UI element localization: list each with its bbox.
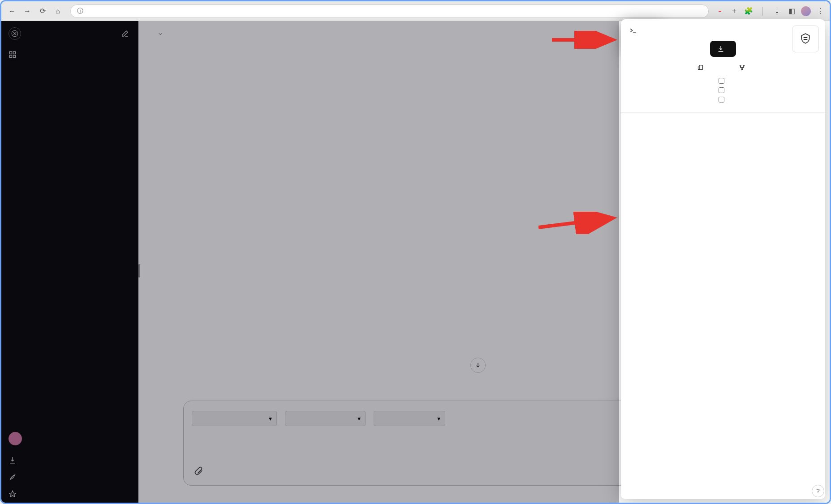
chevron-down-icon: ▾ [269, 415, 272, 422]
new-chat-icon[interactable] [119, 27, 131, 40]
sidebar-label-today [1, 63, 138, 76]
grid-icon [9, 51, 17, 59]
url-bar[interactable]: ⓘ [70, 4, 709, 18]
svg-rect-3 [9, 56, 12, 58]
attach-button[interactable] [192, 464, 205, 478]
help-button[interactable]: ? [812, 485, 824, 497]
annotation-arrow-1 [552, 31, 619, 49]
extension-badge[interactable] [715, 6, 725, 16]
profile-avatar[interactable] [801, 6, 811, 16]
view-tree-button[interactable] [739, 64, 749, 71]
sidebar [1, 21, 138, 503]
sidebar-label-yesterday [1, 165, 138, 178]
terminal-icon [629, 26, 637, 34]
extensions-icon[interactable]: 🧩 [744, 6, 753, 16]
svg-line-8 [538, 218, 610, 227]
annotation-arrow-2 [538, 212, 619, 234]
force-parallel-checkbox[interactable] [719, 78, 728, 84]
browser-toolbar: ← → ⟳ ⌂ ⓘ ＋ 🧩 │ ⭳ ◧ ⋮ [1, 1, 830, 21]
add-extension-icon[interactable]: ＋ [729, 6, 739, 16]
style-select[interactable]: ▾ [374, 411, 445, 426]
paperclip-icon [194, 466, 203, 476]
svg-point-11 [743, 65, 745, 67]
menu-icon[interactable]: ⋮ [815, 6, 825, 16]
sidebar-export-chat[interactable] [1, 452, 138, 469]
tone-select[interactable]: ▾ [285, 411, 366, 426]
divider: │ [758, 6, 768, 16]
copy-text-button[interactable] [697, 64, 707, 71]
sidepanel-icon[interactable]: ◧ [787, 6, 797, 16]
svg-rect-2 [13, 51, 16, 54]
force-rate-limit-checkbox[interactable] [719, 87, 728, 93]
svg-point-10 [740, 65, 741, 67]
svg-point-12 [741, 68, 743, 70]
back-button[interactable]: ← [6, 5, 18, 17]
download-icon [717, 45, 724, 52]
site-info-icon[interactable]: ⓘ [77, 7, 83, 15]
sidebar-explore[interactable] [1, 46, 138, 63]
user-avatar [9, 432, 22, 445]
home-button[interactable]: ⌂ [52, 5, 64, 17]
svg-rect-4 [13, 56, 16, 58]
chevron-down-icon: ▾ [437, 415, 440, 422]
reload-button[interactable]: ⟳ [36, 5, 49, 17]
sidebar-aiprm-forum[interactable] [1, 486, 138, 503]
sidebar-resize-handle[interactable] [138, 262, 143, 280]
clipboard-icon [697, 64, 704, 71]
sidebar-user[interactable] [1, 426, 138, 452]
output-in-select[interactable]: ▾ [192, 411, 277, 426]
download-icon [9, 456, 17, 464]
rocket-icon [9, 473, 17, 481]
chevron-down-icon [157, 31, 164, 37]
debug-mode-checkbox[interactable] [719, 97, 728, 103]
forum-icon [9, 490, 17, 498]
debug-panel [621, 19, 825, 499]
chatgpt-logo-icon[interactable] [9, 27, 21, 40]
svg-rect-1 [9, 51, 12, 54]
sidebar-aiprm-powered[interactable] [1, 469, 138, 486]
forward-button[interactable]: → [21, 5, 34, 17]
svg-rect-9 [699, 65, 703, 70]
aiprm-icon [800, 33, 811, 44]
debug-body[interactable] [621, 112, 825, 499]
scroll-to-bottom-button[interactable] [470, 358, 486, 373]
downloads-icon[interactable]: ⭳ [772, 6, 782, 16]
chevron-down-icon: ▾ [357, 415, 361, 422]
download-raw-button[interactable] [710, 41, 736, 57]
aiprm-logo[interactable] [792, 26, 819, 52]
tree-icon [739, 64, 745, 71]
